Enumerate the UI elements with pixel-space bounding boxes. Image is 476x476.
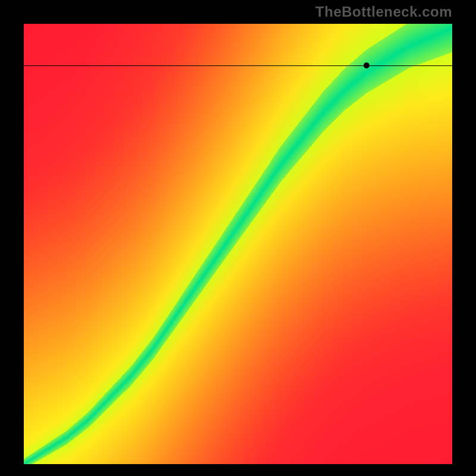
crosshair-vertical [367,464,367,476]
watermark-text: TheBottleneck.com [315,4,452,20]
heatmap-plot [24,24,452,464]
heatmap-canvas [24,24,452,464]
